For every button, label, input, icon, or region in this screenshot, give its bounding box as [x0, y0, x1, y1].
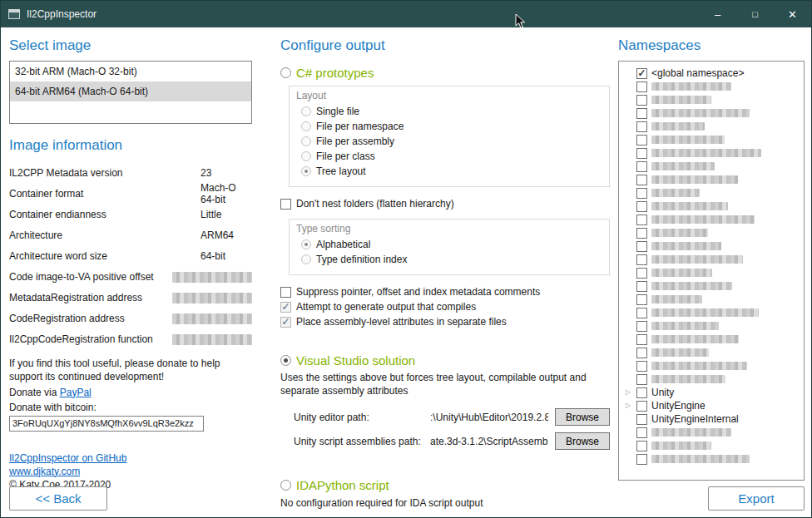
expander-icon[interactable]: ▷ — [624, 399, 632, 412]
idapython-radio[interactable]: IDAPython script — [280, 479, 610, 492]
namespace-checkbox[interactable] — [636, 401, 647, 412]
namespace-row[interactable] — [622, 279, 800, 293]
namespace-checkbox[interactable] — [636, 414, 647, 425]
namespace-row[interactable] — [622, 266, 800, 279]
namespace-checkbox[interactable] — [636, 454, 647, 465]
radio-option-alphabetical[interactable]: Alphabetical — [301, 238, 601, 251]
namespace-checkbox[interactable] — [636, 228, 647, 239]
namespace-checkbox[interactable] — [636, 281, 647, 292]
namespace-checkbox[interactable] — [636, 254, 647, 265]
namespace-row[interactable] — [622, 346, 800, 359]
namespace-row[interactable] — [622, 186, 800, 200]
namespace-checkbox[interactable] — [636, 135, 647, 146]
info-label: Container format — [9, 188, 201, 200]
redacted-namespace-label — [651, 362, 747, 370]
namespace-checkbox[interactable] — [636, 387, 647, 398]
checkbox-option-suppress-pointer-offset-and-inde[interactable]: Suppress pointer, offset and index metad… — [280, 285, 610, 298]
info-row: Code image-to-VA positive offset — [9, 266, 252, 287]
namespace-row[interactable] — [622, 120, 800, 133]
namespace-checkbox[interactable] — [636, 441, 647, 451]
path-label: Unity editor path: — [294, 412, 423, 423]
namespace-row[interactable] — [622, 213, 800, 226]
namespace-checkbox[interactable] — [636, 348, 647, 358]
namespace-row[interactable] — [622, 372, 800, 386]
visual-studio-radio[interactable]: Visual Studio solution — [280, 353, 610, 367]
close-button[interactable]: ✕ — [774, 1, 811, 27]
namespace-tree[interactable]: <global namespace>▷Unity▷UnityEngineUnit… — [618, 61, 805, 481]
radio-option-type-definition-index[interactable]: Type definition index — [301, 253, 601, 266]
paypal-link[interactable]: PayPal — [60, 387, 92, 398]
mouse-cursor — [515, 13, 526, 29]
namespace-row[interactable] — [622, 160, 800, 173]
namespace-row[interactable]: <global namespace> — [622, 67, 800, 80]
namespace-checkbox[interactable] — [636, 268, 647, 279]
namespace-row[interactable] — [622, 200, 800, 213]
export-button[interactable]: Export — [708, 486, 805, 511]
namespace-checkbox[interactable] — [636, 95, 647, 106]
namespace-checkbox[interactable] — [636, 175, 647, 185]
namespace-checkbox[interactable] — [636, 148, 647, 159]
namespace-row[interactable] — [622, 359, 800, 372]
namespace-checkbox[interactable] — [636, 374, 647, 385]
namespace-row[interactable] — [622, 452, 800, 466]
namespace-row[interactable] — [622, 80, 800, 93]
namespace-checkbox[interactable] — [636, 321, 647, 332]
radio-option-file-per-namespace[interactable]: File per namespace — [301, 120, 601, 133]
radio-option-file-per-class[interactable]: File per class — [301, 150, 601, 163]
namespace-row[interactable]: ▷UnityEngine — [622, 399, 800, 412]
namespace-checkbox[interactable] — [636, 201, 647, 212]
checkbox-icon — [280, 317, 291, 328]
radio-option-tree-layout[interactable]: Tree layout — [301, 165, 601, 178]
namespace-checkbox[interactable] — [636, 334, 647, 345]
namespace-checkbox[interactable] — [636, 294, 647, 305]
namespace-checkbox[interactable] — [636, 121, 647, 132]
image-list-item[interactable]: 64-bit ARM64 (Mach-O 64-bit) — [10, 81, 251, 101]
checkbox-option-place-assembly-level-attributes-[interactable]: Place assembly-level attributes in separ… — [280, 315, 610, 328]
minimize-button[interactable]: – — [699, 1, 736, 27]
namespace-row[interactable] — [622, 253, 800, 266]
flatten-checkbox-row[interactable]: Don't nest folders (flatten hierarchy) — [280, 197, 610, 210]
maximize-button[interactable]: □ — [736, 1, 774, 27]
namespace-row[interactable] — [622, 319, 800, 333]
image-list-item[interactable]: 32-bit ARM (Mach-O 32-bit) — [10, 62, 251, 81]
namespace-row[interactable] — [622, 293, 800, 306]
back-button[interactable]: << Back — [9, 486, 107, 511]
namespace-row[interactable] — [622, 426, 800, 439]
info-value: Mach-O 64-bit — [201, 182, 252, 205]
github-link[interactable]: Il2CppInspector on GitHub — [9, 452, 126, 464]
namespace-row[interactable] — [622, 226, 800, 239]
namespace-row[interactable] — [622, 173, 800, 186]
namespace-row[interactable] — [622, 106, 800, 120]
namespace-row[interactable] — [622, 439, 800, 452]
radio-option-single-file[interactable]: Single file — [301, 105, 601, 118]
browse-button[interactable]: Browse — [555, 408, 610, 426]
namespace-checkbox[interactable] — [636, 241, 647, 252]
namespace-checkbox[interactable] — [636, 361, 647, 372]
radio-option-file-per-assembly[interactable]: File per assembly — [301, 135, 601, 148]
namespace-checkbox[interactable] — [636, 161, 647, 172]
namespace-checkbox[interactable] — [636, 427, 647, 438]
namespace-row[interactable] — [622, 133, 800, 146]
namespace-checkbox[interactable] — [636, 188, 647, 199]
namespace-checkbox[interactable] — [636, 81, 647, 92]
main-content: Select image 32-bit ARM (Mach-O 32-bit)6… — [1, 27, 811, 517]
website-link[interactable]: www.djkaty.com — [9, 466, 80, 477]
namespace-row[interactable] — [622, 239, 800, 253]
image-listbox[interactable]: 32-bit ARM (Mach-O 32-bit)64-bit ARM64 (… — [9, 61, 252, 124]
namespace-row[interactable]: ▷Unity — [622, 386, 800, 399]
namespace-checkbox[interactable] — [636, 108, 647, 119]
namespace-row[interactable] — [622, 93, 800, 106]
namespace-row[interactable]: UnityEngineInternal — [622, 412, 800, 426]
namespace-row[interactable] — [622, 146, 800, 160]
browse-button[interactable]: Browse — [555, 432, 610, 450]
bitcoin-address-input[interactable] — [9, 416, 204, 432]
radio-label: Alphabetical — [316, 239, 370, 250]
namespace-checkbox[interactable] — [636, 308, 647, 318]
expander-icon[interactable]: ▷ — [624, 386, 632, 399]
namespace-row[interactable] — [622, 306, 800, 319]
csharp-prototypes-radio[interactable]: C# prototypes — [280, 66, 610, 79]
checkbox-option-attempt-to-generate-output-that-[interactable]: Attempt to generate output that compiles — [280, 300, 610, 313]
namespace-checkbox[interactable] — [636, 68, 647, 79]
namespace-checkbox[interactable] — [636, 215, 647, 225]
namespace-row[interactable] — [622, 333, 800, 346]
